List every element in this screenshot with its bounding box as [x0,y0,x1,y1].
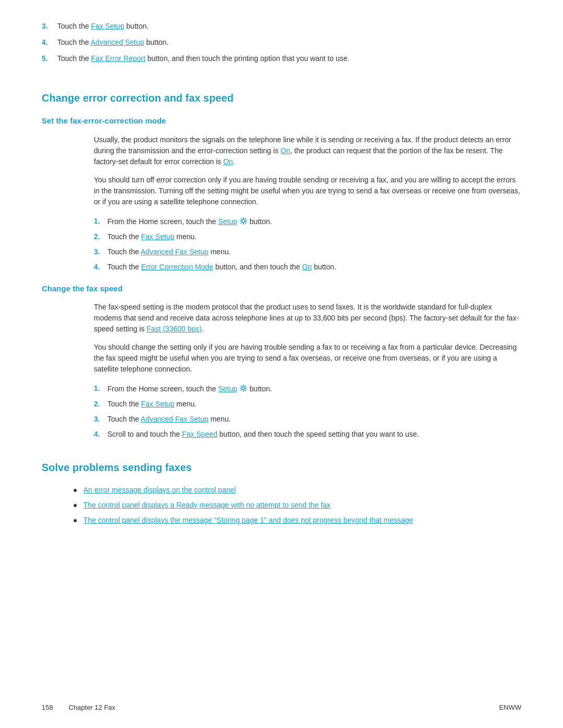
speed-step-num-3: 3. [94,414,107,425]
speed-step-num-2: 2. [94,399,107,410]
fax-error-step-4: 4. Touch the Error Correction Mode butto… [94,262,521,273]
step-num-4: 4. [94,262,107,273]
fax-speed-step-4-text: Scroll to and touch the Fax Speed button… [107,429,419,440]
fax-speed-step-2: 2. Touch the Fax Setup menu. [94,399,521,410]
fax-error-step-3: 3. Touch the Advanced Fax Setup menu. [94,246,521,257]
fax-error-para2-text: You should turn off error correction onl… [94,175,521,207]
setup-link-1[interactable]: Setup [218,217,237,226]
fax-error-step-1-text: From the Home screen, touch the Setup bu… [107,216,272,227]
step-num-3: 3. [94,246,107,257]
fax-speed-step-2-text: Touch the Fax Setup menu. [107,399,197,410]
svg-point-0 [242,219,245,223]
bullet-1-link-text: An error message displays on the control… [83,485,236,496]
fax-speed-block: The fax-speed setting is the modem proto… [94,302,521,375]
speed-step-num-1: 1. [94,383,107,394]
step-4: 4. Touch the Advanced Setup button. [42,37,521,48]
fax-speed-para2: You should change the setting only if yo… [94,342,521,375]
step-5-text: Touch the Fax Error Report button, and t… [57,53,521,64]
advanced-setup-link[interactable]: Advanced Setup [91,38,144,46]
fax-speed-steps: 1. From the Home screen, touch the Setup… [94,383,521,440]
section-heading-solve-problems: Solve problems sending faxes [42,454,521,475]
solve-problems-list: ● An error message displays on the contr… [73,485,521,526]
bullet-item-3: ● The control panel displays the message… [73,515,521,526]
setup-icon-2 [239,384,248,392]
error-correction-mode-link[interactable]: Error Correction Mode [141,263,214,271]
sub-heading-fax-error-mode: Set the fax-error-correction mode [42,115,521,127]
step-3-number: 3. [42,21,57,32]
page-content: 3. Touch the Fax Setup button. 4. Touch … [42,21,521,526]
svg-line-5 [241,218,242,219]
advanced-fax-setup-link-1[interactable]: Advanced Fax Setup [141,248,209,256]
bullet-1: ● [73,485,83,496]
advanced-fax-setup-link-2[interactable]: Advanced Fax Setup [141,415,209,423]
fax-setup-link-2[interactable]: Fax Setup [141,232,175,241]
on-link-3[interactable]: On [302,263,312,271]
fast-33600-link[interactable]: Fast (33600 bps) [146,325,202,333]
section-heading-change-error: Change error correction and fax speed [42,85,521,106]
fax-setup-link-3[interactable]: Fax Setup [141,400,175,408]
svg-line-17 [241,390,242,391]
svg-point-9 [242,387,245,390]
fax-error-mode-steps: 1. From the Home screen, touch the Setup… [94,216,521,273]
fax-error-step-2-text: Touch the Fax Setup menu. [107,231,197,242]
step-5: 5. Touch the Fax Error Report button, an… [42,53,521,64]
fax-error-step-4-text: Touch the Error Correction Mode button, … [107,262,336,273]
fax-error-mode-para1: Usually, the product monitors the signal… [94,134,521,207]
storing-page-link[interactable]: The control panel displays the message "… [83,516,413,524]
step-3: 3. Touch the Fax Setup button. [42,21,521,32]
bullet-2: ● [73,500,83,511]
svg-line-8 [241,223,242,224]
setup-icon-1 [239,217,248,225]
fax-speed-para1: The fax-speed setting is the modem proto… [94,302,521,335]
bullet-2-link-text: The control panel displays a Ready messa… [83,500,331,511]
step-4-number: 4. [42,37,57,48]
fax-setup-link-1[interactable]: Fax Setup [91,22,125,30]
fax-error-step-3-text: Touch the Advanced Fax Setup menu. [107,246,231,257]
svg-line-14 [241,386,242,387]
step-num-2: 2. [94,231,107,242]
fax-speed-link[interactable]: Fax Speed [182,430,217,438]
bullet-item-1: ● An error message displays on the contr… [73,485,521,496]
top-steps-section: 3. Touch the Fax Setup button. 4. Touch … [42,21,521,64]
fax-speed-step-4: 4. Scroll to and touch the Fax Speed but… [94,429,521,440]
page-number: 158 [42,702,53,713]
fax-error-step-1: 1. From the Home screen, touch the Setup… [94,216,521,227]
chapter-label: Chapter 12 Fax [69,702,116,713]
section-change-error-correction: Change error correction and fax speed Se… [42,85,521,440]
section-solve-problems: Solve problems sending faxes ● An error … [42,454,521,526]
svg-line-15 [245,390,246,391]
sub-heading-change-fax-speed: Change the fax speed [42,283,521,295]
on-link-2[interactable]: On [223,157,233,166]
step-5-number: 5. [42,53,57,64]
fax-error-report-link[interactable]: Fax Error Report [91,54,145,63]
bullet-3: ● [73,515,83,526]
fax-error-para1-text: Usually, the product monitors the signal… [94,134,521,167]
fax-speed-step-3: 3. Touch the Advanced Fax Setup menu. [94,414,521,425]
page-footer: 158 Chapter 12 Fax ENWW [42,702,521,713]
on-link-1[interactable]: On [280,146,290,155]
svg-line-16 [245,386,246,387]
step-num-1: 1. [94,216,107,227]
error-message-displays-link[interactable]: An error message displays on the control… [83,486,236,494]
setup-link-2[interactable]: Setup [218,385,237,393]
fax-speed-step-1: 1. From the Home screen, touch the Setup… [94,383,521,394]
bullet-3-link-text: The control panel displays the message "… [83,515,413,526]
bullet-item-2: ● The control panel displays a Ready mes… [73,500,521,511]
svg-line-7 [245,218,246,219]
footer-right: ENWW [499,702,521,713]
step-4-text: Touch the Advanced Setup button. [57,37,521,48]
fax-speed-step-1-text: From the Home screen, touch the Setup bu… [107,383,272,394]
ready-message-link[interactable]: The control panel displays a Ready messa… [83,501,331,509]
speed-step-num-4: 4. [94,429,107,440]
fax-speed-step-3-text: Touch the Advanced Fax Setup menu. [107,414,231,425]
fax-error-step-2: 2. Touch the Fax Setup menu. [94,231,521,242]
step-3-text: Touch the Fax Setup button. [57,21,521,32]
svg-line-6 [245,223,246,224]
footer-left: 158 Chapter 12 Fax [42,702,115,713]
